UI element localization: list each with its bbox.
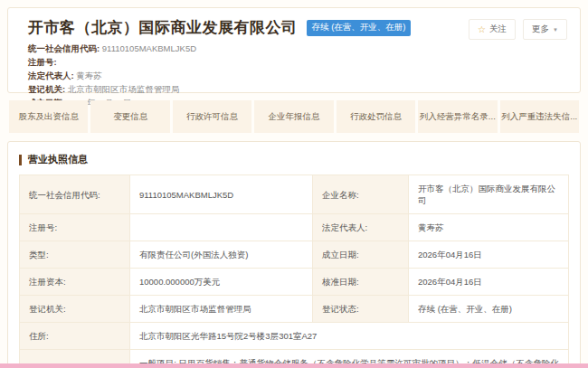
cell-label: 登记机关: — [20, 296, 130, 323]
business-license-card: 营业执照信息 统一社会信用代码: 91110105MAKBMLJK5D 企业名称… — [7, 141, 581, 368]
tab-shareholders[interactable]: 股东及出资信息 — [9, 100, 88, 133]
cell-value: 黄寿苏 — [409, 214, 569, 241]
cell-value: 北京市朝阳区市场监督管理局 — [130, 296, 313, 323]
cell-value: 存续 (在营、开业、在册) — [409, 296, 569, 323]
field-label: 注册号: — [28, 57, 57, 67]
table-row-address: 住所: 北京市朝阳区光华路15号院2号楼3层301室A27 — [20, 323, 569, 350]
section-title: 营业执照信息 — [19, 153, 569, 166]
table-row: 注册号: 法定代表人: 黄寿苏 — [20, 214, 569, 241]
field-value: 黄寿苏 — [76, 71, 102, 80]
cell-label: 统一社会信用代码: — [20, 175, 130, 214]
info-tabs: 股东及出资信息 变更信息 行政许可信息 企业年报信息 行政处罚信息 列入经营异常… — [9, 100, 579, 133]
table-row: 类型: 有限责任公司(外国法人独资) 成立日期: 2026年04月16日 — [20, 241, 569, 269]
cell-value: 开市客（北京）国际商业发展有限公司 — [409, 175, 569, 214]
cell-label: 注册号: — [20, 214, 130, 241]
section-title-text: 营业执照信息 — [28, 153, 88, 166]
cell-value: 10000.000000万美元 — [130, 269, 313, 296]
cell-label: 注册资本: — [20, 269, 130, 296]
cell-label: 登记状态: — [313, 296, 409, 323]
cell-value: 2026年04月16日 — [409, 241, 569, 269]
tab-abnormal-operations[interactable]: 列入经营异常名录... — [418, 100, 497, 133]
cell-value-address: 北京市朝阳区光华路15号院2号楼3层301室A27 — [130, 323, 569, 350]
header-field-registry: 登记机关: 北京市朝阳区市场监督管理局 — [28, 84, 567, 96]
license-info-table: 统一社会信用代码: 91110105MAKBMLJK5D 企业名称: 开市客（北… — [19, 175, 569, 368]
cell-label: 法定代表人: — [313, 214, 409, 241]
field-value: 北京市朝阳区市场监督管理局 — [68, 84, 180, 94]
table-row: 注册资本: 10000.000000万美元 核准日期: 2026年04月16日 — [20, 269, 569, 296]
field-label: 法定代表人: — [28, 71, 74, 80]
more-button-label: 更多 — [532, 24, 549, 35]
field-value: 91110105MAKBMLJK5D — [102, 43, 196, 53]
section-accent-bar — [19, 155, 22, 165]
field-label: 统一社会信用代码: — [28, 43, 100, 53]
field-label: 登记机关: — [28, 84, 65, 94]
header-field-reg-number: 注册号: — [28, 57, 567, 69]
cell-value — [130, 214, 313, 241]
tab-admin-penalty[interactable]: 行政处罚信息 — [337, 100, 415, 133]
more-button[interactable]: 更多 ▼ — [523, 19, 567, 40]
cell-label: 企业名称: — [313, 175, 409, 214]
star-icon: ☆ — [478, 24, 486, 34]
tab-annual-report[interactable]: 企业年报信息 — [254, 100, 333, 133]
tab-admin-license[interactable]: 行政许可信息 — [173, 100, 251, 133]
bottom-highlight-bar — [0, 363, 588, 368]
page-title: 开市客（北京）国际商业发展有限公司 — [28, 17, 298, 38]
header-field-credit-code: 统一社会信用代码: 91110105MAKBMLJK5D — [28, 43, 567, 55]
follow-button-label: 关注 — [489, 24, 507, 35]
caret-down-icon: ▼ — [553, 27, 558, 33]
table-row: 登记机关: 北京市朝阳区市场监督管理局 登记状态: 存续 (在营、开业、在册) — [20, 296, 569, 323]
table-row: 统一社会信用代码: 91110105MAKBMLJK5D 企业名称: 开市客（北… — [20, 175, 569, 214]
cell-label: 类型: — [20, 241, 130, 269]
company-header-card: 开市客（北京）国际商业发展有限公司 存续 (在营、开业、在册) ☆ 关注 更多 … — [7, 7, 581, 93]
header-field-legal-rep: 法定代表人: 黄寿苏 — [28, 71, 567, 82]
cell-label: 住所: — [20, 323, 130, 350]
cell-value: 有限责任公司(外国法人独资) — [130, 241, 313, 269]
tab-changes[interactable]: 变更信息 — [90, 100, 169, 133]
cell-value: 2026年04月16日 — [409, 269, 569, 296]
cell-label: 核准日期: — [313, 269, 409, 296]
follow-button[interactable]: ☆ 关注 — [469, 19, 516, 40]
cell-label: 成立日期: — [313, 241, 409, 269]
tab-serious-violations[interactable]: 列入严重违法失信... — [500, 100, 579, 133]
cell-value: 91110105MAKBMLJK5D — [130, 175, 313, 214]
status-badge: 存续 (在营、开业、在册) — [307, 20, 412, 36]
